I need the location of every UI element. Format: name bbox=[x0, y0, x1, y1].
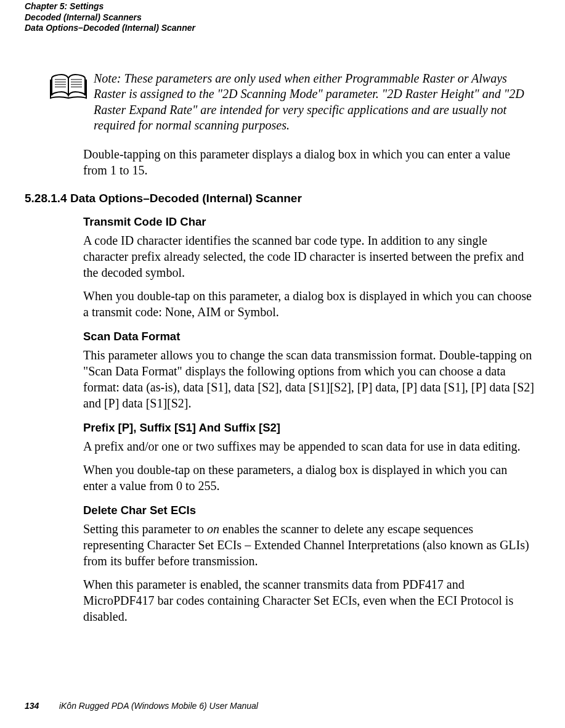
section-title: Data Options–Decoded (Internal) Scanner bbox=[70, 192, 302, 205]
page-footer: 134 iKôn Rugged PDA (Windows Mobile 6) U… bbox=[25, 701, 258, 711]
paragraph: When this parameter is enabled, the scan… bbox=[25, 576, 540, 624]
paragraph: When you double-tap on these parameters,… bbox=[25, 462, 540, 494]
section-heading: 5.28.1.4 Data Options–Decoded (Internal)… bbox=[25, 192, 540, 205]
heading-transmit-code-id-char: Transmit Code ID Char bbox=[25, 215, 540, 229]
page-number: 134 bbox=[25, 701, 57, 711]
header-line-subsection: Data Options–Decoded (Internal) Scanner bbox=[25, 23, 540, 34]
heading-delete-char-set-ecis: Delete Char Set ECIs bbox=[25, 504, 540, 517]
paragraph: Setting this parameter to on enables the… bbox=[25, 521, 540, 569]
header-line-chapter: Chapter 5: Settings bbox=[25, 1, 540, 12]
paragraph: A prefix and/or one or two suffixes may … bbox=[25, 438, 540, 454]
paragraph: A code ID character identifies the scann… bbox=[25, 232, 540, 280]
open-book-icon bbox=[49, 72, 87, 102]
intro-paragraph: Double-tapping on this parameter display… bbox=[25, 146, 540, 178]
note-label: Note: bbox=[94, 72, 121, 85]
heading-prefix-suffix: Prefix [P], Suffix [S1] And Suffix [S2] bbox=[25, 421, 540, 435]
heading-scan-data-format: Scan Data Format bbox=[25, 330, 540, 343]
note-text: Note: These parameters are only used whe… bbox=[94, 71, 528, 134]
note-block: Note: These parameters are only used whe… bbox=[25, 71, 540, 134]
manual-title: iKôn Rugged PDA (Windows Mobile 6) User … bbox=[59, 701, 258, 711]
page: Chapter 5: Settings Decoded (Internal) S… bbox=[0, 0, 565, 728]
note-body: These parameters are only used when eith… bbox=[94, 72, 524, 133]
paragraph: When you double-tap on this parameter, a… bbox=[25, 288, 540, 320]
text-fragment: Setting this parameter to bbox=[83, 522, 207, 536]
running-header: Chapter 5: Settings Decoded (Internal) S… bbox=[25, 0, 540, 34]
paragraph: This parameter allows you to change the … bbox=[25, 347, 540, 411]
emphasis-on: on bbox=[207, 522, 219, 536]
section-number: 5.28.1.4 bbox=[25, 192, 67, 205]
header-line-section: Decoded (Internal) Scanners bbox=[25, 12, 540, 23]
